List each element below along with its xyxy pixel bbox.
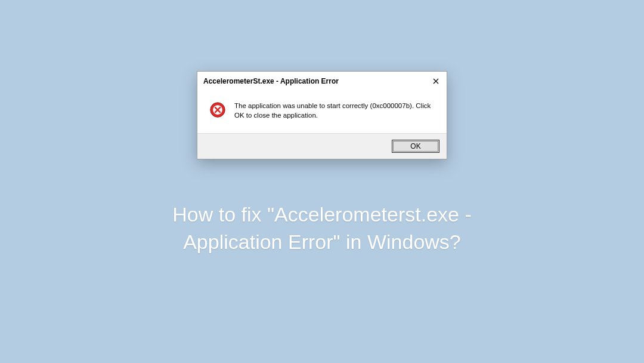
error-dialog: AccelerometerSt.exe - Application Error … [197,71,447,159]
close-icon [433,78,439,84]
headline-line-2: Application Error" in Windows? [172,229,471,256]
button-bar: OK [197,133,447,159]
page-headline: How to fix "Accelerometerst.exe - Applic… [148,201,495,256]
dialog-title: AccelerometerSt.exe - Application Error [203,77,339,85]
headline-line-1: How to fix "Accelerometerst.exe - [172,201,471,229]
titlebar: AccelerometerSt.exe - Application Error [197,72,447,91]
dialog-body: The application was unable to start corr… [197,91,447,133]
close-button[interactable] [430,75,442,87]
dialog-message: The application was unable to start corr… [234,101,435,120]
ok-button[interactable]: OK [392,140,439,153]
error-icon [209,101,226,118]
